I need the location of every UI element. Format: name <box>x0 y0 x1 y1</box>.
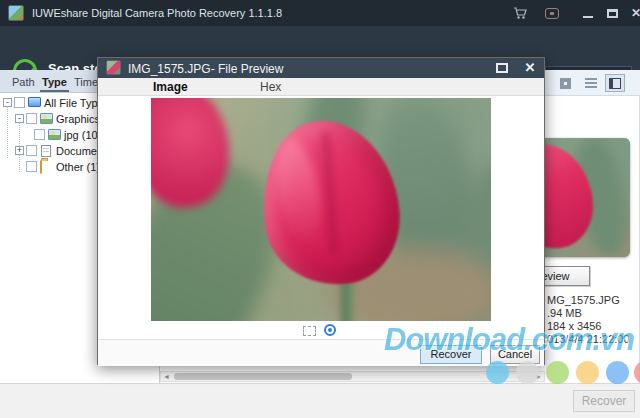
list-view-button[interactable] <box>581 74 601 92</box>
tree-item-label: Other (1) <box>56 161 100 173</box>
dialog-tabbar: Image Hex <box>98 78 544 96</box>
preview-view-icon <box>609 78 621 89</box>
expand-toggle[interactable]: + <box>15 146 24 155</box>
list-view-icon <box>585 78 597 88</box>
tab-type[interactable]: Type <box>40 70 69 93</box>
cart-icon[interactable] <box>508 0 532 26</box>
watermark-dot <box>606 361 629 384</box>
folder-icon <box>40 160 42 174</box>
checkbox[interactable] <box>26 145 37 156</box>
tab-time[interactable]: Time <box>72 70 100 93</box>
view-mode-toolbar <box>545 70 640 96</box>
app-window: IUWEshare Digital Camera Photo Recovery … <box>0 0 640 418</box>
dialog-file-icon <box>106 60 121 75</box>
dialog-close-button[interactable]: ✕ <box>522 60 538 76</box>
file-name: MG_1575.JPG <box>547 294 620 306</box>
file-preview-dialog: IMG_1575.JPG- File Preview ✕ Image Hex <box>97 57 545 365</box>
scroll-left-arrow[interactable]: ◄ <box>161 372 172 381</box>
checkbox[interactable] <box>14 97 25 108</box>
titlebar: IUWEshare Digital Camera Photo Recovery … <box>0 0 640 26</box>
computer-icon <box>28 97 41 107</box>
fit-to-window-icon[interactable] <box>303 326 316 336</box>
watermark-dot <box>576 361 599 384</box>
maximize-button[interactable] <box>600 0 624 26</box>
watermark-dot <box>516 361 539 384</box>
dialog-title: IMG_1575.JPG- File Preview <box>128 62 283 76</box>
help-icon[interactable] <box>540 0 564 26</box>
watermark-dot <box>486 361 509 384</box>
picture-icon <box>48 129 61 140</box>
tab-path[interactable]: Path <box>10 70 37 93</box>
help-glyph <box>545 8 559 19</box>
watermark-dot <box>546 361 569 384</box>
close-button[interactable]: ✕ <box>624 0 640 26</box>
checkbox[interactable] <box>26 161 37 172</box>
recover-button-main[interactable]: Recover <box>573 390 635 412</box>
document-icon <box>41 145 51 157</box>
file-thumbnail[interactable] <box>539 138 630 257</box>
dialog-maximize-button[interactable] <box>496 63 508 73</box>
checkbox[interactable] <box>26 113 37 124</box>
collapse-toggle[interactable]: - <box>15 114 24 123</box>
window-title: IUWEshare Digital Camera Photo Recovery … <box>32 7 282 19</box>
collapse-toggle[interactable]: - <box>3 98 12 107</box>
minimize-icon <box>583 16 593 18</box>
grid-view-icon <box>560 78 571 89</box>
maximize-icon <box>607 9 618 18</box>
tab-hex[interactable]: Hex <box>260 80 281 94</box>
dialog-content <box>98 96 544 339</box>
close-icon: ✕ <box>631 7 640 19</box>
minimize-button[interactable] <box>576 0 600 26</box>
scrollbar-thumb[interactable] <box>174 373 352 380</box>
watermark-text: Download.com.vn <box>384 322 634 358</box>
actual-size-icon[interactable] <box>324 324 336 336</box>
app-icon <box>8 5 24 21</box>
picture-icon <box>40 113 53 124</box>
preview-view-button[interactable] <box>605 74 625 92</box>
checkbox[interactable] <box>34 129 45 140</box>
dialog-titlebar: IMG_1575.JPG- File Preview ✕ <box>98 58 544 78</box>
tab-image[interactable]: Image <box>153 80 188 94</box>
preview-image <box>151 98 491 321</box>
grid-view-button[interactable] <box>555 74 575 92</box>
file-size: .94 MB <box>547 307 582 319</box>
bottom-bar: Recover <box>0 383 640 418</box>
